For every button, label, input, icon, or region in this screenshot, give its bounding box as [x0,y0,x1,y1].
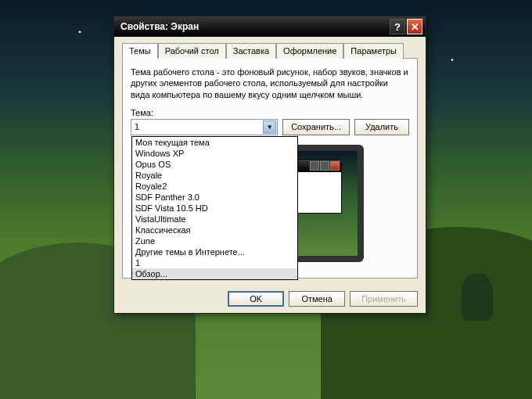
theme-option[interactable]: Windows XP [132,148,297,159]
tab-themes[interactable]: Темы [122,43,158,59]
theme-option[interactable]: SDF Vista 10.5 HD [132,203,297,214]
theme-dropdown-list: Моя текущая тема Windows XP Opus OS Roya… [131,136,298,280]
titlebar-title: Свойства: Экран [120,21,388,32]
theme-option-browse[interactable]: Обзор... [132,268,297,279]
tab-strip: Темы Рабочий стол Заставка Оформление Па… [122,43,418,59]
delete-button[interactable]: Удалить [354,119,409,135]
close-icon: ✕ [411,21,419,33]
theme-option[interactable]: Другие темы в Интернете... [132,246,297,257]
dialog-body: Темы Рабочий стол Заставка Оформление Па… [114,37,426,285]
tab-desktop[interactable]: Рабочий стол [158,43,226,59]
ok-button[interactable]: OK [228,291,284,307]
theme-option[interactable]: Классическая [132,225,297,235]
wallpaper-tree [462,274,493,321]
theme-option[interactable]: VistaUltimate [132,214,297,225]
theme-row: 1 ▼ Моя текущая тема Windows XP Opus OS … [131,119,409,135]
dialog-footer: OK Отмена Применить [114,285,426,313]
tab-screensaver[interactable]: Заставка [226,43,276,59]
display-properties-dialog: Свойства: Экран ? ✕ Темы Рабочий стол За… [113,16,426,314]
theme-option[interactable]: Royale [132,170,297,181]
theme-label: Тема: [131,108,409,117]
theme-description: Тема рабочего стола - это фоновый рисуно… [131,66,409,100]
theme-option[interactable]: Моя текущая тема [132,137,297,148]
close-icon [330,161,340,171]
theme-option[interactable]: Royale2 [132,181,297,192]
theme-option[interactable]: 1 [132,257,297,268]
cancel-button[interactable]: Отмена [289,291,345,307]
save-button[interactable]: Сохранить... [282,119,350,135]
titlebar[interactable]: Свойства: Экран ? ✕ [114,16,426,37]
theme-option[interactable]: SDF Panther 3.0 [132,192,297,203]
theme-dropdown-value: 1 [135,122,139,131]
close-button[interactable]: ✕ [407,19,422,34]
theme-option[interactable]: Zune [132,235,297,246]
help-icon: ? [394,21,401,33]
chevron-down-icon[interactable]: ▼ [263,120,276,134]
tab-settings[interactable]: Параметры [343,43,404,59]
tab-appearance[interactable]: Оформление [276,43,343,59]
theme-option[interactable]: Opus OS [132,159,297,170]
minimize-icon [310,161,319,171]
tab-content: Тема рабочего стола - это фоновый рисуно… [122,59,418,279]
apply-button[interactable]: Применить [350,291,418,307]
theme-dropdown[interactable]: 1 ▼ Моя текущая тема Windows XP Opus OS … [131,119,278,135]
maximize-icon [320,161,329,171]
help-button[interactable]: ? [390,19,405,34]
